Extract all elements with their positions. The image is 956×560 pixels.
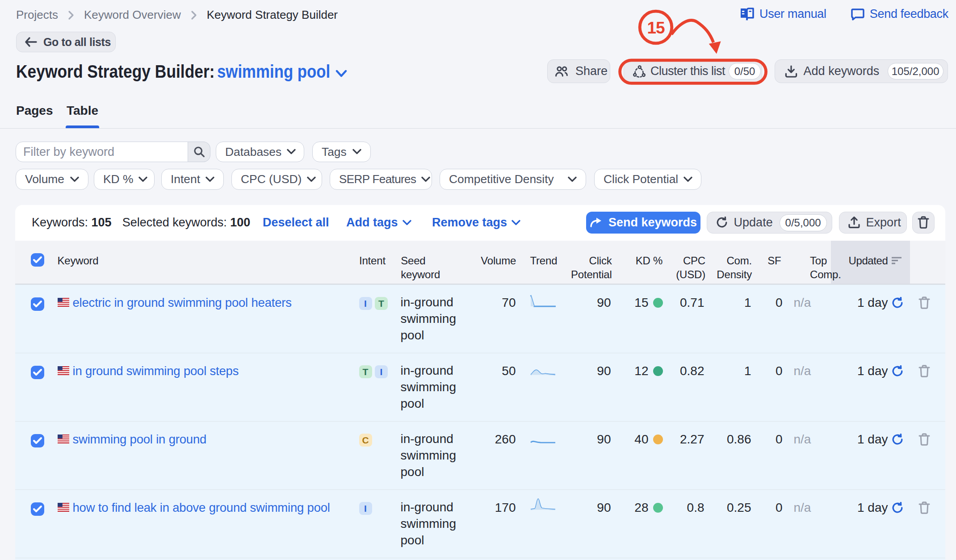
svg-text:15: 15 [647, 19, 665, 37]
